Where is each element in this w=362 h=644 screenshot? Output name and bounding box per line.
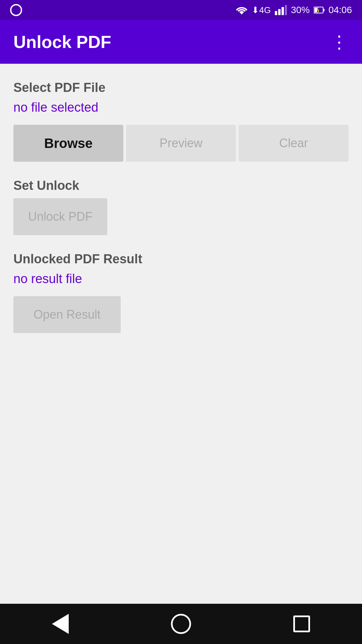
status-bar: ⬇4G 30% 04:06	[0, 0, 362, 20]
preview-button[interactable]: Preview	[126, 125, 236, 162]
set-unlock-section: Set Unlock Unlock PDF	[13, 178, 349, 235]
signal-icon	[275, 5, 287, 15]
svg-rect-3	[285, 5, 287, 15]
svg-rect-6	[314, 8, 317, 12]
battery-text: 30%	[291, 5, 310, 15]
set-unlock-title: Set Unlock	[13, 178, 349, 193]
clear-button[interactable]: Clear	[239, 125, 349, 162]
data-icon: ⬇4G	[252, 5, 271, 15]
svg-rect-2	[282, 7, 284, 15]
file-action-buttons: Browse Preview Clear	[13, 125, 349, 162]
select-pdf-title: Select PDF File	[13, 80, 349, 95]
back-icon	[52, 614, 69, 634]
svg-rect-1	[278, 9, 281, 15]
battery-icon	[314, 6, 324, 14]
time-display: 04:06	[328, 5, 352, 15]
wifi-icon	[236, 5, 248, 15]
more-vert-icon[interactable]: ⋮	[330, 32, 349, 52]
result-file-label: no result file	[13, 272, 349, 286]
home-button[interactable]	[168, 610, 194, 637]
app-bar: Unlock PDF ⋮	[0, 20, 362, 64]
svg-rect-5	[323, 9, 324, 11]
main-content: Select PDF File no file selected Browse …	[0, 64, 362, 604]
home-icon	[171, 614, 191, 634]
back-button[interactable]	[47, 610, 74, 637]
status-bar-right: ⬇4G 30% 04:06	[236, 5, 352, 15]
status-bar-left	[10, 4, 22, 16]
nav-bar	[0, 604, 362, 644]
recent-icon	[293, 615, 310, 632]
selected-file-label: no file selected	[13, 100, 349, 115]
app-title: Unlock PDF	[13, 32, 111, 52]
select-pdf-section: Select PDF File no file selected Browse …	[13, 80, 349, 162]
browse-button[interactable]: Browse	[13, 125, 123, 162]
svg-rect-0	[275, 11, 277, 15]
status-circle-icon	[10, 4, 22, 16]
svg-line-9	[318, 10, 319, 13]
recent-button[interactable]	[288, 610, 315, 637]
unlock-pdf-button[interactable]: Unlock PDF	[13, 198, 107, 235]
result-section: Unlocked PDF Result no result file Open …	[13, 252, 349, 333]
svg-line-7	[317, 7, 318, 10]
result-title: Unlocked PDF Result	[13, 252, 349, 266]
open-result-button[interactable]: Open Result	[13, 296, 121, 333]
